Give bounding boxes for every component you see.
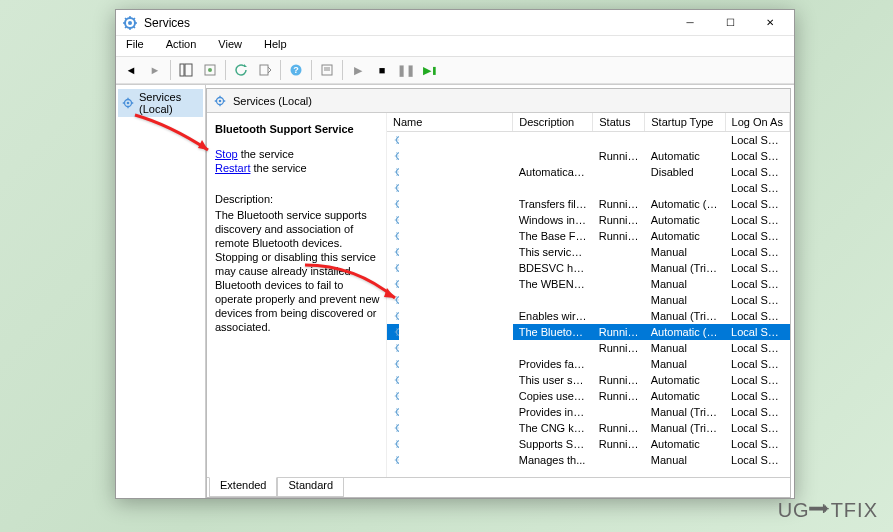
cell-startup-type: Manual (645, 276, 725, 292)
cell-startup-type: Manual (645, 452, 725, 468)
cell-description: Windows inf... (513, 212, 593, 228)
table-row[interactable]: aswbIDSAgentLocal System (387, 132, 790, 149)
pause-service-button[interactable]: ❚❚ (395, 59, 417, 81)
tab-standard[interactable]: Standard (277, 478, 344, 497)
cell-startup-type: Automatic (645, 228, 725, 244)
menu-file[interactable]: File (122, 36, 148, 56)
cell-startup-type: Manual (645, 292, 725, 308)
close-button[interactable]: ✕ (750, 10, 790, 36)
menu-view[interactable]: View (214, 36, 246, 56)
cell-description (513, 180, 593, 196)
cell-description: The CNG ke... (513, 420, 593, 436)
cell-startup-type: Manual (Trigger Start) (645, 404, 725, 420)
cell-logon: Local System (725, 260, 789, 276)
back-button[interactable]: ◄ (120, 59, 142, 81)
help-button[interactable]: ? (285, 59, 307, 81)
menu-action[interactable]: Action (162, 36, 201, 56)
maximize-button[interactable]: ☐ (710, 10, 750, 36)
table-row[interactable]: Certificate PropagationCopies user ...Ru… (387, 388, 790, 404)
cell-status (593, 276, 645, 292)
right-pane: Services (Local) Bluetooth Support Servi… (206, 88, 791, 498)
cell-status (593, 260, 645, 276)
restart-service-button[interactable]: ▶❚ (419, 59, 441, 81)
cell-description: Transfers file... (513, 196, 593, 212)
table-row[interactable]: Bluetooth Support ServiceThe Bluetoo...R… (387, 324, 790, 340)
separator (170, 60, 171, 80)
svg-point-48 (397, 393, 400, 400)
refresh-button[interactable] (230, 59, 252, 81)
table-row[interactable]: BrYNSvcRunningManualLocal System (387, 340, 790, 356)
col-status[interactable]: Status (593, 113, 645, 132)
stop-suffix: the service (238, 148, 294, 160)
tab-extended[interactable]: Extended (209, 477, 277, 497)
table-row[interactable]: Background Tasks Infrastruc...Windows in… (387, 212, 790, 228)
services-list[interactable]: Name Description Status Startup Type Log… (387, 113, 790, 477)
svg-point-36 (397, 297, 400, 304)
col-logon[interactable]: Log On As (725, 113, 789, 132)
cell-description: Enables wire... (513, 308, 593, 324)
stop-service-link[interactable]: Stop (215, 148, 238, 160)
table-row[interactable]: BitComet Disk Boost ServiceThis service … (387, 244, 790, 260)
cell-description: This service ... (513, 244, 593, 260)
table-row[interactable]: Block Level Backup Engine S...The WBENGI… (387, 276, 790, 292)
col-startup-type[interactable]: Startup Type (645, 113, 725, 132)
restart-service-link[interactable]: Restart (215, 162, 250, 174)
cell-status: Running (593, 388, 645, 404)
table-row[interactable]: Capability Access Manager S...Provides f… (387, 356, 790, 372)
svg-point-32 (397, 265, 400, 272)
table-row[interactable]: Avast AntivirusLocal System (387, 180, 790, 196)
separator (225, 60, 226, 80)
cell-status (593, 452, 645, 468)
properties-button[interactable] (316, 59, 338, 81)
cell-name: Base Filtering Engine (387, 228, 399, 244)
cell-name: Background Intelligent Tran... (387, 196, 399, 212)
cell-description: Copies user ... (513, 388, 593, 404)
table-row[interactable]: COM+ Event SystemSupports Sy...RunningAu… (387, 436, 790, 452)
export-list-button[interactable] (254, 59, 276, 81)
cell-status (593, 180, 645, 196)
table-row[interactable]: BitLocker Drive Encryption S...BDESVC ho… (387, 260, 790, 276)
col-name[interactable]: Name (387, 113, 513, 132)
cell-name: BitComet Disk Boost Service (387, 244, 399, 260)
restart-suffix: the service (250, 162, 306, 174)
col-description[interactable]: Description (513, 113, 593, 132)
cell-status (593, 244, 645, 260)
svg-point-30 (397, 249, 400, 256)
table-row[interactable]: Client License Service (ClipSV...Provide… (387, 404, 790, 420)
table-row[interactable]: CNG Key IsolationThe CNG ke...RunningMan… (387, 420, 790, 436)
svg-rect-3 (185, 64, 192, 76)
cell-name: Capability Access Manager S... (387, 356, 399, 372)
table-row[interactable]: COM+ System ApplicationManages th...Manu… (387, 452, 790, 468)
cell-logon: Local System (725, 276, 789, 292)
show-hide-tree-button[interactable] (175, 59, 197, 81)
export-button[interactable] (199, 59, 221, 81)
cell-logon: Local System (725, 148, 789, 164)
table-row[interactable]: Bluetooth Handsfree ServiceEnables wire.… (387, 308, 790, 324)
table-row[interactable]: Auto Time Zone UpdaterAutomaticall...Dis… (387, 164, 790, 180)
services-window: Services ─ ☐ ✕ File Action View Help ◄ ►… (115, 9, 795, 499)
cell-logon: Local System (725, 372, 789, 388)
cell-status: Running (593, 228, 645, 244)
forward-button[interactable]: ► (144, 59, 166, 81)
start-service-button[interactable]: ▶ (347, 59, 369, 81)
cell-status: Running (593, 372, 645, 388)
cell-logon: Local System (725, 452, 789, 468)
table-row[interactable]: Background Intelligent Tran...Transfers … (387, 196, 790, 212)
table-row[interactable]: ATKGFNEX ServiceRunningAutomaticLocal Sy… (387, 148, 790, 164)
menu-help[interactable]: Help (260, 36, 291, 56)
svg-point-28 (397, 233, 400, 240)
cell-description: Automaticall... (513, 164, 593, 180)
watermark: UG⮕TFIX (778, 499, 878, 522)
svg-point-46 (397, 377, 400, 384)
cell-name: CDPUserSvc_3fdcf (387, 372, 399, 388)
minimize-button[interactable]: ─ (670, 10, 710, 36)
table-row[interactable]: CDPUserSvc_3fdcfThis user ser...RunningA… (387, 372, 790, 388)
cell-logon: Local System (725, 356, 789, 372)
cell-status: Running (593, 436, 645, 452)
table-row[interactable]: Base Filtering EngineThe Base Filt...Run… (387, 228, 790, 244)
cell-name: CNG Key Isolation (387, 420, 399, 436)
tree-item-services-local[interactable]: Services (Local) (118, 89, 203, 117)
table-row[interactable]: BlueStacks Log Rotator Servi...ManualLoc… (387, 292, 790, 308)
cell-logon: Local Service (725, 308, 789, 324)
stop-service-button[interactable]: ■ (371, 59, 393, 81)
